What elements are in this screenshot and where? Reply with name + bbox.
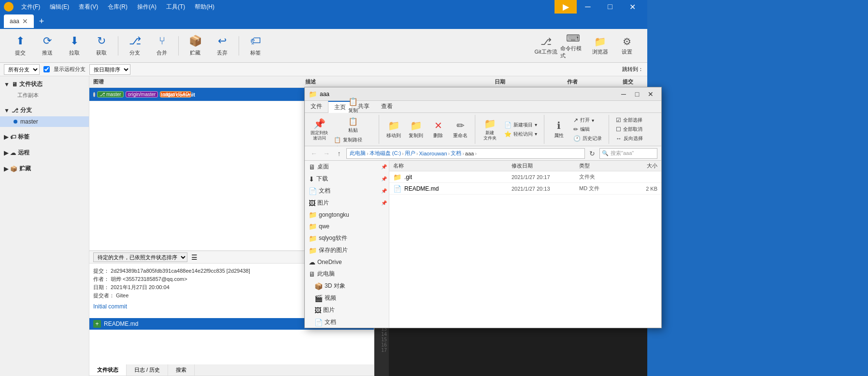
- sort-select[interactable]: 按日期排序: [89, 64, 130, 75]
- ribbon-tab-file[interactable]: 文件: [305, 101, 328, 112]
- back-button[interactable]: ←: [309, 148, 319, 159]
- tab-close-icon[interactable]: ✕: [22, 17, 28, 25]
- ribbon-select-all-btn[interactable]: ☑ 全部选择: [613, 116, 646, 125]
- file-name-git: 📁 .git: [389, 173, 512, 181]
- ribbon-select-none-btn[interactable]: ☐ 全部取消: [613, 125, 646, 134]
- stash-button[interactable]: 📦 贮藏: [183, 31, 208, 60]
- ribbon-group-open: ℹ 属性 ↗ 打开 ▾ ✏ 编辑 🕐 历史记录: [548, 115, 609, 144]
- explorer-close-button[interactable]: ✕: [644, 88, 657, 100]
- menu-edit[interactable]: 编辑(E): [46, 2, 73, 12]
- nav-item-onedrive[interactable]: ☁ OneDrive: [305, 256, 389, 268]
- menu-view[interactable]: 查看(V): [75, 2, 102, 12]
- settings-button[interactable]: ⚙ 设置: [614, 31, 640, 60]
- sidebar-remotes-header[interactable]: ▶ ☁ 远程: [0, 147, 89, 159]
- new-tab-button[interactable]: +: [36, 15, 47, 27]
- sidebar-item-master[interactable]: master: [0, 116, 89, 127]
- maximize-button[interactable]: □: [599, 0, 621, 14]
- sidebar-tags-header[interactable]: ▶ 🏷 标签: [0, 131, 89, 143]
- nav-item-pictures[interactable]: 🖼 图片 📌: [305, 197, 389, 209]
- history-icon: 🕐: [573, 135, 581, 142]
- ribbon-tab-view[interactable]: 查看: [375, 101, 398, 112]
- file-header-name[interactable]: 名称: [389, 162, 512, 169]
- menu-repo[interactable]: 仓库(R): [104, 2, 131, 12]
- ribbon-invert-btn[interactable]: ↔ 反向选择: [613, 134, 646, 143]
- menu-help[interactable]: 帮助(H): [191, 2, 218, 12]
- ribbon-delete-btn[interactable]: ✕ 删除: [427, 116, 449, 143]
- show-remote-checkbox[interactable]: [43, 66, 50, 72]
- tab-file-status[interactable]: 文件状态: [89, 364, 127, 376]
- addr-crumb-c[interactable]: 本地磁盘 (C:): [370, 150, 401, 157]
- branch-filter-select[interactable]: 所有分支: [4, 64, 40, 75]
- discard-button[interactable]: ↩ 丢弃: [210, 31, 235, 60]
- minimize-button[interactable]: ─: [577, 0, 599, 14]
- ribbon-copy-to-btn[interactable]: 📁 复制到: [405, 116, 427, 143]
- commit-button[interactable]: ⬆ 提交: [8, 31, 33, 60]
- nav-item-this-pc[interactable]: 🖥 此电脑: [305, 268, 389, 280]
- copy-path-icon: 📋: [334, 137, 341, 143]
- terminal-button[interactable]: ⌨ 命令行模式: [560, 31, 585, 60]
- git-flow-button[interactable]: ⎇ Git工作流: [533, 31, 558, 60]
- sidebar-branches-header[interactable]: ▼ ⎇ 分支: [0, 104, 89, 116]
- ribbon-move-to-btn[interactable]: 📁 移动到: [383, 116, 404, 143]
- forward-button[interactable]: →: [321, 148, 332, 159]
- sidebar-stash-header[interactable]: ▶ 📦 贮藏: [0, 163, 89, 175]
- nav-item-gongtongku[interactable]: 📁 gongtongku: [305, 209, 389, 221]
- fetch-button[interactable]: ↻ 获取: [89, 31, 114, 60]
- ribbon-new-item-btn[interactable]: 📄 新建项目 ▾: [501, 121, 540, 129]
- ribbon-paste-btn[interactable]: 📋 粘贴: [331, 116, 375, 135]
- nav-item-desktop[interactable]: 🖥 桌面 📌: [305, 161, 389, 173]
- branch-tag-origin-master: origin/master: [126, 91, 158, 97]
- nav-item-3d[interactable]: 📦 3D 对象: [305, 280, 389, 292]
- addr-crumb-pc[interactable]: 此电脑: [350, 150, 366, 157]
- tab-aaa[interactable]: aaa ✕: [4, 14, 34, 28]
- file-row-readme[interactable]: 📄 README.md 2021/1/27 20:13 MD 文件 2 KB: [389, 183, 661, 195]
- pull-button[interactable]: ⬇ 拉取: [62, 31, 87, 60]
- menu-file[interactable]: 文件(F): [17, 2, 44, 12]
- menu-tools[interactable]: 工具(T): [162, 2, 189, 12]
- nav-item-docs2[interactable]: 📄 文档: [305, 316, 389, 328]
- file-header-date[interactable]: 修改日期: [512, 162, 579, 169]
- file-row-git[interactable]: 📁 .git 2021/1/27 20:17 文件夹: [389, 171, 661, 183]
- ribbon-history-btn[interactable]: 🕐 历史记录: [570, 134, 605, 143]
- address-path[interactable]: 此电脑 › 本地磁盘 (C:) › 用户 › Xiaorouwan › 文档 ›…: [346, 148, 585, 159]
- ribbon-copy-path-btn[interactable]: 📋 复制路径: [331, 136, 375, 144]
- search-box[interactable]: 🔍 搜索"aaa": [599, 148, 657, 159]
- ribbon-easy-access-btn[interactable]: ⭐ 轻松访问 ▾: [501, 130, 540, 139]
- refresh-button[interactable]: ↻: [587, 148, 598, 159]
- tab-search[interactable]: 搜索: [168, 364, 195, 376]
- nav-item-downloads[interactable]: ⬇ 下载 📌: [305, 173, 389, 185]
- addr-crumb-docs[interactable]: 文档: [451, 150, 461, 157]
- nav-item-sqlyog[interactable]: 📁 sqlyog软件: [305, 232, 389, 244]
- ribbon-new-folder-btn[interactable]: 📁 新建文件夹: [479, 116, 500, 143]
- up-button[interactable]: ↑: [334, 148, 344, 159]
- nav-item-img[interactable]: 🖼 图片: [305, 304, 389, 316]
- push-button[interactable]: ⟳ 推送: [35, 31, 60, 60]
- nav-item-qwe[interactable]: 📁 qwe: [305, 221, 389, 232]
- explorer-button[interactable]: 📁 浏览器: [587, 31, 612, 60]
- file-status-filter-select[interactable]: 待定的文件，已依照文件状态排序: [93, 252, 187, 262]
- file-header-size[interactable]: 大小: [627, 162, 661, 169]
- explorer-minimize-button[interactable]: ─: [617, 88, 630, 100]
- explorer-maximize-button[interactable]: □: [630, 88, 644, 100]
- ribbon-pin-btn[interactable]: 📌 固定到快速访问: [309, 116, 330, 143]
- nav-item-docs[interactable]: 📄 文档 📌: [305, 185, 389, 197]
- sidebar-working-copy[interactable]: 工作副本: [0, 90, 89, 100]
- file-header-type[interactable]: 类型: [579, 162, 627, 169]
- branch-button[interactable]: ⎇ 分支: [122, 31, 147, 60]
- ribbon-copy-btn[interactable]: 📋 复制: [331, 96, 375, 115]
- addr-crumb-xiaorouwan[interactable]: Xiaorouwan: [419, 151, 447, 156]
- ribbon-rename-btn[interactable]: ✏ 重命名: [450, 116, 471, 143]
- close-button[interactable]: ✕: [621, 0, 643, 14]
- tag-button[interactable]: 🏷 标签: [243, 31, 268, 60]
- merge-button[interactable]: ⑂ 合并: [149, 31, 174, 60]
- nav-item-saved-pics[interactable]: 📁 保存的图片: [305, 244, 389, 256]
- sidebar-file-status-header[interactable]: ▼ 🖥 文件状态: [0, 78, 89, 90]
- nav-item-video[interactable]: 🎬 视频: [305, 292, 389, 304]
- tab-log-history[interactable]: 日志 / 历史: [127, 364, 168, 376]
- addr-crumb-user[interactable]: 用户: [405, 150, 415, 157]
- ribbon-open-btn[interactable]: ↗ 打开 ▾: [570, 116, 605, 125]
- ribbon-properties-btn[interactable]: ℹ 属性: [548, 116, 569, 143]
- ribbon-edit-btn[interactable]: ✏ 编辑: [570, 125, 605, 134]
- bottom-filter-menu-icon[interactable]: ☰: [189, 252, 199, 262]
- menu-action[interactable]: 操作(A): [133, 2, 160, 12]
